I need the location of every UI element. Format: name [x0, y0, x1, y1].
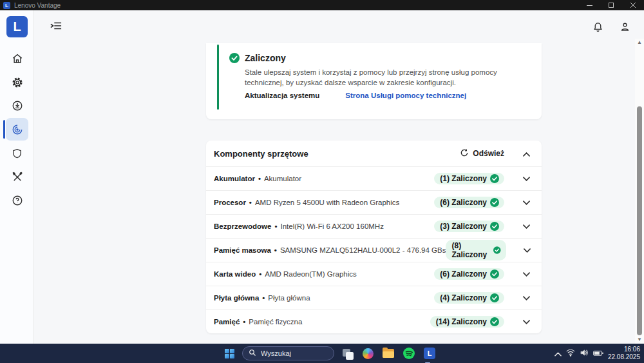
check-circle-icon — [490, 174, 499, 183]
component-description: Intel(R) Wi-Fi 6 AX200 160MHz — [281, 222, 384, 230]
lenovo-vantage-taskbar-button[interactable]: L — [422, 346, 437, 361]
support-service-link[interactable]: Strona Usługi pomocy technicznej — [345, 92, 466, 99]
check-circle-icon — [229, 53, 240, 66]
file-explorer-button[interactable] — [381, 346, 396, 361]
status-description: Stale ulepszaj system i korzystaj z pomo… — [245, 67, 523, 88]
hardware-section-title: Komponenty sprzętowe — [214, 149, 308, 159]
sidebar-item-device[interactable] — [6, 165, 28, 188]
expand-row-button[interactable] — [521, 175, 531, 182]
hardware-row-wireless[interactable]: Bezprzewodowe • Intel(R) Wi-Fi 6 AX200 1… — [206, 214, 542, 238]
scroll-up-arrow[interactable]: ▲ — [635, 39, 644, 46]
status-accent-line — [217, 44, 219, 110]
maximize-button[interactable] — [600, 0, 622, 10]
menu-expand-icon — [50, 22, 62, 33]
check-circle-icon — [490, 222, 499, 231]
battery-icon[interactable] — [593, 348, 603, 359]
expand-row-button[interactable] — [521, 199, 531, 206]
check-circle-icon — [490, 317, 499, 326]
hardware-row-motherboard[interactable]: Płyta główna • Płyta główna (4) Zaliczon… — [206, 286, 542, 309]
bullet-separator: • — [274, 222, 277, 230]
scroll-down-arrow[interactable]: ▼ — [635, 336, 644, 344]
component-name: Płyta główna — [214, 294, 259, 302]
minimize-button[interactable] — [578, 0, 600, 10]
task-view-button[interactable] — [339, 346, 355, 361]
scan-status-card: Zaliczony Stale ulepszaj system i korzys… — [206, 43, 542, 119]
status-badge: (1) Zaliczony — [434, 173, 504, 184]
expand-row-button[interactable] — [523, 246, 531, 254]
close-button[interactable] — [622, 0, 644, 10]
component-description: Akumulator — [264, 175, 301, 182]
status-badge: (14) Zaliczony — [430, 316, 504, 328]
status-badge: (6) Zaliczony — [434, 268, 504, 280]
account-button[interactable] — [620, 21, 630, 35]
taskbar-search[interactable]: Wyszukaj — [242, 346, 334, 360]
component-description: Pamięć fizyczna — [249, 318, 302, 326]
sidebar-item-hardware-scan[interactable] — [6, 118, 28, 141]
gear-icon — [12, 77, 23, 88]
menu-expand-button[interactable] — [50, 21, 62, 34]
chevron-down-icon — [523, 270, 530, 278]
component-name: Pamięć — [214, 318, 240, 326]
status-title: Zaliczony — [245, 53, 286, 63]
volume-icon[interactable] — [580, 348, 589, 359]
expand-row-button[interactable] — [521, 270, 531, 278]
status-badge: (3) Zaliczony — [434, 221, 504, 232]
tray-clock[interactable]: 16:06 22.08.2025 — [608, 346, 640, 361]
sidebar-item-settings[interactable] — [6, 71, 28, 93]
hardware-row-cpu[interactable]: Procesor • AMD Ryzen 5 4500U with Radeon… — [206, 190, 542, 214]
windows-logo-icon — [225, 349, 234, 358]
home-icon — [12, 53, 23, 64]
update-download-icon — [12, 100, 23, 112]
bullet-separator: • — [262, 294, 265, 302]
refresh-label: Odśwież — [473, 149, 504, 158]
hardware-components-card: Komponenty sprzętowe Odśwież — [206, 141, 542, 333]
refresh-icon — [460, 148, 469, 159]
spotify-icon — [403, 348, 415, 359]
hardware-row-storage[interactable]: Pamięć masowa • SAMSUNG MZALQ512HALU-000… — [206, 238, 542, 262]
badge-label: (8) Zaliczony — [451, 241, 490, 259]
hardware-scan-icon — [12, 124, 23, 135]
component-name: Akumulator — [214, 175, 255, 182]
badge-label: (4) Zaliczony — [440, 293, 487, 302]
lenovo-vantage-icon: L — [424, 348, 435, 359]
component-description: AMD Radeon(TM) Graphics — [265, 270, 357, 278]
notifications-button[interactable] — [592, 21, 603, 35]
search-placeholder: Wyszukaj — [261, 349, 291, 357]
user-icon — [620, 23, 630, 34]
status-badge: (4) Zaliczony — [434, 292, 504, 304]
badge-label: (6) Zaliczony — [440, 198, 487, 207]
active-indicator — [3, 120, 5, 139]
copilot-icon — [363, 348, 374, 359]
expand-row-button[interactable] — [521, 294, 531, 302]
spotify-button[interactable] — [401, 346, 417, 361]
hardware-row-memory[interactable]: Pamięć • Pamięć fizyczna (14) Zaliczony — [206, 309, 542, 333]
tray-overflow-button[interactable] — [554, 348, 562, 359]
collapse-section-button[interactable] — [521, 148, 531, 159]
badge-label: (3) Zaliczony — [440, 222, 487, 231]
copilot-button[interactable] — [360, 346, 375, 361]
chevron-down-icon — [524, 246, 531, 254]
component-description: SAMSUNG MZALQ512HALU-000L2 - 476.94 GBs — [280, 246, 446, 254]
sidebar-item-security[interactable] — [6, 142, 28, 164]
app-logo-icon: L — [3, 2, 10, 9]
tools-icon — [12, 171, 23, 182]
refresh-button[interactable]: Odśwież — [460, 148, 504, 159]
sidebar-item-updates[interactable] — [6, 94, 28, 117]
start-button[interactable] — [222, 346, 237, 361]
sidebar-item-help[interactable] — [6, 189, 28, 211]
sidebar: L — [0, 10, 33, 344]
hardware-row-battery[interactable]: Akumulator • Akumulator (1) Zaliczony — [206, 166, 542, 190]
badge-label: (14) Zaliczony — [436, 317, 487, 326]
expand-row-button[interactable] — [521, 318, 531, 326]
hardware-row-videocard[interactable]: Karta wideo • AMD Radeon(TM) Graphics (6… — [206, 262, 542, 286]
badge-label: (1) Zaliczony — [440, 174, 487, 183]
chevron-down-icon — [523, 199, 530, 206]
vertical-scrollbar[interactable]: ▲ ▼ — [635, 39, 644, 344]
bell-icon — [592, 23, 603, 34]
sidebar-item-home[interactable] — [6, 47, 28, 70]
lenovo-vantage-logo[interactable]: L — [6, 16, 28, 37]
system-update-link[interactable]: Aktualizacja systemu — [245, 92, 319, 99]
wifi-icon[interactable] — [566, 348, 575, 359]
expand-row-button[interactable] — [521, 222, 531, 230]
scrollbar-thumb[interactable] — [637, 106, 642, 335]
